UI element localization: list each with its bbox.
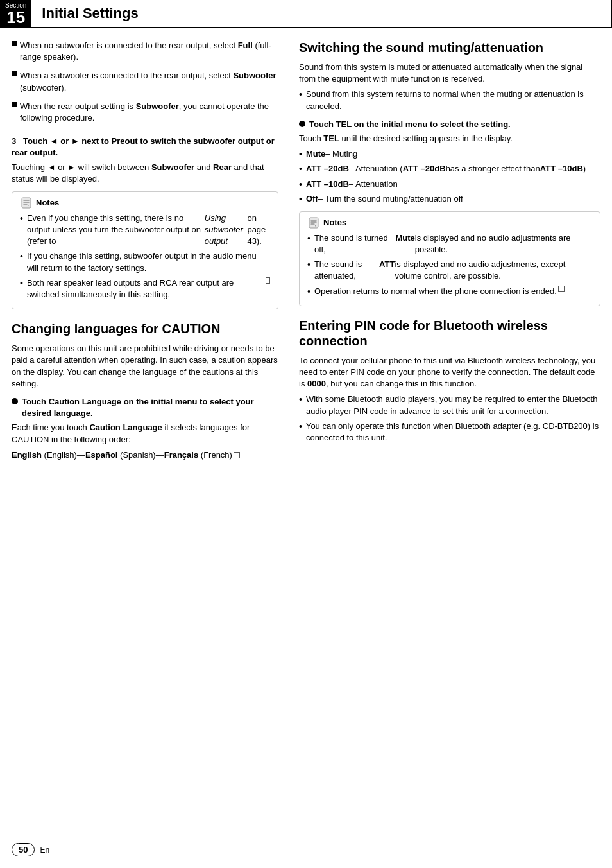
bullet-icon [12, 41, 17, 46]
svg-rect-0 [22, 198, 31, 208]
page: Section 15 Initial Settings When no subw… [0, 0, 612, 868]
bullet-icon [12, 71, 17, 76]
square-icon [266, 277, 270, 284]
right-notes-box: Notes The sound is turned off, Mute is d… [299, 211, 600, 306]
section-box: Section 15 [0, 0, 31, 27]
list-item: ATT –10dB – Attenuation [299, 178, 600, 190]
list-item: When a subwoofer is connected to the rea… [12, 70, 278, 97]
main-content: When no subwoofer is connected to the re… [0, 40, 612, 465]
touch-caution-body1: Each time you touch Caution Language it … [12, 422, 278, 445]
notes-title-row: Notes [307, 217, 592, 229]
header-title-area: Initial Settings [31, 0, 612, 27]
list-item: Off – Turn the sound muting/attenuation … [299, 193, 600, 205]
touch-caution-heading-row: Touch Caution Language on the initial me… [12, 396, 278, 419]
svg-rect-1 [309, 218, 318, 228]
left-column: When no subwoofer is connected to the re… [12, 40, 294, 465]
list-item: With some Bluetooth audio players, you m… [299, 394, 600, 417]
list-item: Operation returns to normal when the pho… [307, 286, 592, 297]
touch-tel-heading-row: Touch TEL on the initial menu to select … [299, 119, 600, 130]
notes-icon [20, 197, 33, 209]
page-title: Initial Settings [42, 5, 138, 22]
bluetooth-list: With some Bluetooth audio players, you m… [299, 394, 600, 444]
bullet-text: When a subwoofer is connected to the rea… [20, 70, 278, 93]
step3-body: Touching ◄ or ► will switch between Subw… [12, 162, 278, 185]
tel-options-list: Mute – Muting ATT –20dB – Attenuation (A… [299, 148, 600, 205]
bullet-text: When no subwoofer is connected to the re… [20, 40, 278, 63]
touch-tel-heading: Touch TEL on the initial menu to select … [309, 119, 511, 130]
square-icon [558, 286, 565, 292]
square-icon [234, 452, 240, 458]
changing-lang-intro: Some operations on this unit are prohibi… [12, 343, 278, 390]
notes-title-row: Notes [20, 197, 270, 209]
bullet-icon [12, 102, 17, 107]
list-item: Sound from this system returns to normal… [299, 89, 600, 112]
notes-label: Notes [323, 218, 346, 227]
list-item: When no subwoofer is connected to the re… [12, 40, 278, 67]
switching-title: Switching the sound muting/attenuation [299, 40, 600, 55]
page-number: 50 [12, 843, 35, 856]
bluetooth-intro: To connect your cellular phone to this u… [299, 355, 600, 390]
footer-language: En [40, 846, 49, 855]
list-item: The sound is turned off, Mute is display… [307, 232, 592, 256]
bullet-text: When the rear output setting is Subwoofe… [20, 101, 278, 124]
section-number: 15 [6, 9, 25, 26]
switching-intro: Sound from this system is muted or atten… [299, 62, 600, 85]
list-item: Mute – Muting [299, 148, 600, 160]
list-item: ATT –20dB – Attenuation (ATT –20dB has a… [299, 163, 600, 175]
list-item: When the rear output setting is Subwoofe… [12, 101, 278, 128]
right-column: Switching the sound muting/attenuation S… [294, 40, 600, 465]
step3-heading: 3 Touch ◄ or ► next to Preout to switch … [12, 135, 278, 159]
touch-tel-body: Touch TEL until the desired setting appe… [299, 133, 600, 144]
notes-label: Notes [36, 198, 59, 207]
bluetooth-title: Entering PIN code for Bluetooth wireless… [299, 318, 600, 349]
notes-box: Notes Even if you change this setting, t… [12, 191, 278, 309]
notes-list: Even if you change this setting, there i… [20, 213, 270, 300]
right-notes-list: The sound is turned off, Mute is display… [307, 232, 592, 297]
switching-notes-list: Sound from this system returns to normal… [299, 89, 600, 112]
changing-lang-title: Changing languages for CAUTION [12, 321, 278, 336]
notes-icon [307, 217, 320, 229]
list-item: You can only operate this function when … [299, 421, 600, 444]
list-item: If you change this setting, subwoofer ou… [20, 250, 270, 273]
circle-bullet-icon [299, 121, 305, 127]
page-footer: 50 En [12, 843, 49, 856]
list-item: Even if you change this setting, there i… [20, 213, 270, 248]
list-item: Both rear speaker lead outputs and RCA r… [20, 277, 270, 300]
page-header: Section 15 Initial Settings [0, 0, 612, 28]
circle-bullet-icon [12, 398, 18, 404]
touch-caution-body2: English (English)—Español (Spanish)—Fran… [12, 449, 278, 461]
list-item: The sound is attenuated, ATT is displaye… [307, 259, 592, 282]
touch-caution-heading: Touch Caution Language on the initial me… [22, 396, 278, 419]
